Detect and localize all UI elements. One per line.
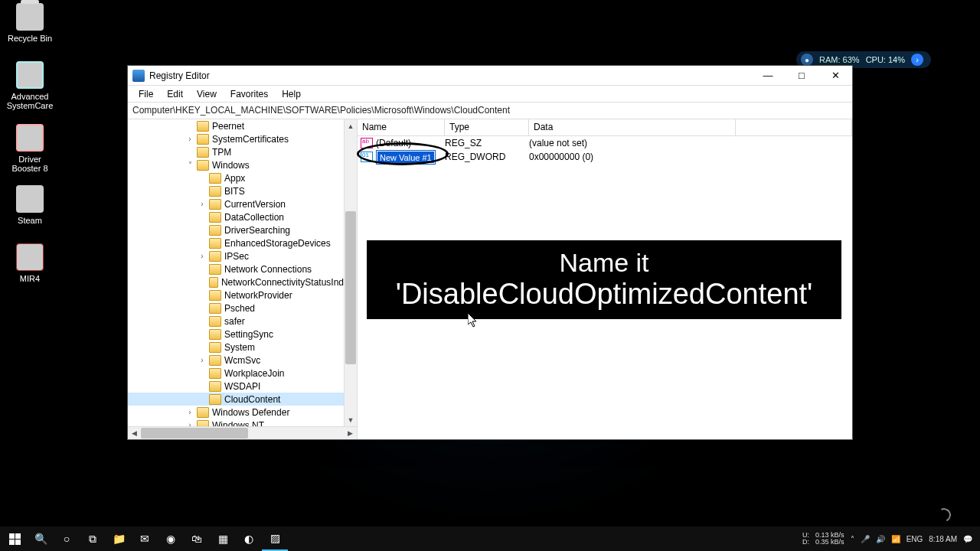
mail-button[interactable]: ✉: [132, 527, 158, 551]
tree-item-currentversion[interactable]: ›CurrentVersion: [128, 197, 344, 210]
column-type[interactable]: Type: [445, 119, 529, 135]
tree-item-tpm[interactable]: TPM: [128, 145, 344, 158]
tree-item-settingsync[interactable]: SettingSync: [128, 328, 344, 341]
tree-label: Peernet: [212, 121, 244, 132]
chrome-button[interactable]: ◉: [158, 527, 184, 551]
scroll-down-arrow[interactable]: ▼: [345, 413, 357, 426]
tree-label: Windows NT: [212, 420, 264, 427]
tree-label: TPM: [212, 147, 231, 158]
desktop-icon-driver-booster[interactable]: Driver Booster 8: [3, 124, 57, 173]
value-data: (value not set): [529, 138, 852, 148]
desktop-icon-label: Recycle Bin: [3, 34, 57, 43]
desktop-icon-label: Advanced SystemCare: [3, 92, 57, 110]
tree-item-cloudcontent[interactable]: CloudContent: [128, 393, 344, 406]
regedit-taskbar-button[interactable]: ▨: [262, 527, 288, 551]
tree-item-wcmsvc[interactable]: ›WcmSvc: [128, 354, 344, 367]
start-button[interactable]: [2, 527, 28, 551]
expand-icon[interactable]: ›: [911, 54, 923, 66]
tree-label: NetworkProvider: [224, 290, 292, 301]
menu-edit[interactable]: Edit: [161, 87, 189, 101]
scroll-right-arrow[interactable]: ▶: [344, 429, 357, 437]
tray-sound-icon[interactable]: 🔊: [876, 535, 885, 543]
tree-item-peernet[interactable]: Peernet: [128, 119, 344, 132]
tray-language[interactable]: ENG: [906, 535, 923, 543]
expand-arrow-icon[interactable]: ›: [185, 421, 194, 426]
menu-file[interactable]: File: [132, 87, 159, 101]
tree-scrollbar-horizontal[interactable]: ◀ ▶: [128, 426, 357, 439]
store-button[interactable]: 🛍: [184, 527, 210, 551]
desktop-icon-advanced-systemcare[interactable]: Advanced SystemCare: [3, 61, 57, 110]
expand-arrow-icon[interactable]: ›: [198, 200, 207, 208]
tree-item-enhancedstoragedevices[interactable]: EnhancedStorageDevices: [128, 236, 344, 249]
tray-chevron-icon[interactable]: ˄: [851, 535, 854, 543]
taskbar: 🔍 ○ ⧉ 📁 ✉ ◉ 🛍 ▦ ◐ ▨ U: D: 0.13 kB/s 0.35…: [0, 527, 980, 551]
instruction-caption: Name it 'DisableCloudOptimizedContent': [367, 240, 841, 319]
folder-icon: [209, 342, 221, 353]
tree-item-networkconnectivitystatusind[interactable]: NetworkConnectivityStatusInd: [128, 276, 344, 289]
desktop-icon-mir4[interactable]: MIR4: [3, 243, 57, 283]
column-name[interactable]: Name: [358, 119, 445, 135]
expand-arrow-icon[interactable]: ›: [198, 356, 207, 364]
expand-arrow-icon[interactable]: ˅: [185, 161, 194, 169]
tree-scrollbar-vertical[interactable]: ▲ ▼: [344, 119, 357, 426]
scroll-left-arrow[interactable]: ◀: [128, 429, 141, 437]
registry-value-row[interactable]: (Default)REG_SZ(value not set): [358, 136, 852, 150]
rename-input[interactable]: New Value #1: [377, 152, 434, 163]
column-data[interactable]: Data: [529, 119, 736, 135]
tree-item-networkprovider[interactable]: NetworkProvider: [128, 289, 344, 302]
scroll-thumb-h[interactable]: [141, 428, 248, 439]
registry-tree[interactable]: Peernet›SystemCertificatesTPM˅WindowsApp…: [128, 119, 357, 426]
tree-label: System: [224, 342, 255, 353]
expand-arrow-icon[interactable]: ›: [185, 408, 194, 416]
tray-network-icon[interactable]: 📶: [891, 535, 900, 543]
tree-item-bits[interactable]: BITS: [128, 184, 344, 197]
taskbar-clock[interactable]: 8:18 AM: [929, 535, 957, 543]
close-button[interactable]: ✕: [818, 66, 852, 86]
cortana-button[interactable]: ○: [54, 527, 80, 551]
tree-label: CurrentVersion: [224, 199, 286, 210]
menu-favorites[interactable]: Favorites: [224, 87, 274, 101]
app-button-1[interactable]: ▦: [210, 527, 236, 551]
expand-arrow-icon[interactable]: ›: [198, 252, 207, 260]
tree-item-systemcertificates[interactable]: ›SystemCertificates: [128, 132, 344, 145]
expand-arrow-icon[interactable]: ›: [185, 135, 194, 143]
notifications-button[interactable]: 💬: [963, 535, 972, 543]
tree-label: Windows: [212, 160, 250, 171]
tree-item-system[interactable]: System: [128, 341, 344, 354]
edge-button[interactable]: ◐: [236, 527, 262, 551]
tree-item-windows-defender[interactable]: ›Windows Defender: [128, 406, 344, 419]
tree-item-wsdapi[interactable]: WSDAPI: [128, 380, 344, 393]
desktop-icon-label: Driver Booster 8: [3, 155, 57, 173]
address-bar[interactable]: Computer\HKEY_LOCAL_MACHINE\SOFTWARE\Pol…: [128, 103, 852, 119]
tree-item-datacollection[interactable]: DataCollection: [128, 210, 344, 223]
tree-item-network-connections[interactable]: Network Connections: [128, 262, 344, 276]
search-button[interactable]: 🔍: [28, 527, 54, 551]
desktop-icon-steam[interactable]: Steam: [3, 185, 57, 225]
task-view-button[interactable]: ⧉: [80, 527, 106, 551]
tree-item-workplacejoin[interactable]: WorkplaceJoin: [128, 367, 344, 380]
folder-icon: [197, 121, 209, 132]
tree-pane: Peernet›SystemCertificatesTPM˅WindowsApp…: [128, 119, 358, 439]
tray-volume-icon[interactable]: 🎤: [861, 535, 870, 543]
desktop-icon-recycle-bin[interactable]: Recycle Bin: [3, 3, 57, 43]
scroll-up-arrow[interactable]: ▲: [345, 119, 357, 132]
tree-item-driversearching[interactable]: DriverSearching: [128, 223, 344, 236]
tree-item-ipsec[interactable]: ›IPSec: [128, 249, 344, 262]
tree-item-windows[interactable]: ˅Windows: [128, 158, 344, 171]
system-tray: U: D: 0.13 kB/s 0.35 kB/s ˄ 🎤 🔊 📶 ENG 8:…: [802, 532, 978, 546]
desktop-icon-label: Steam: [3, 216, 57, 225]
registry-value-row[interactable]: New Value #1REG_DWORD0x00000000 (0): [358, 150, 852, 164]
tree-label: safer: [224, 316, 245, 327]
minimize-button[interactable]: —: [751, 66, 785, 86]
scroll-thumb[interactable]: [345, 211, 356, 364]
window-titlebar[interactable]: Registry Editor — □ ✕: [128, 66, 852, 86]
tree-item-safer[interactable]: safer: [128, 315, 344, 328]
tree-item-psched[interactable]: Psched: [128, 302, 344, 315]
tree-item-appx[interactable]: Appx: [128, 171, 344, 184]
menu-help[interactable]: Help: [276, 87, 307, 101]
menu-view[interactable]: View: [191, 87, 223, 101]
maximize-button[interactable]: □: [785, 66, 818, 86]
folder-icon: [209, 394, 221, 405]
file-explorer-button[interactable]: 📁: [106, 527, 132, 551]
tree-item-windows-nt[interactable]: ›Windows NT: [128, 419, 344, 426]
